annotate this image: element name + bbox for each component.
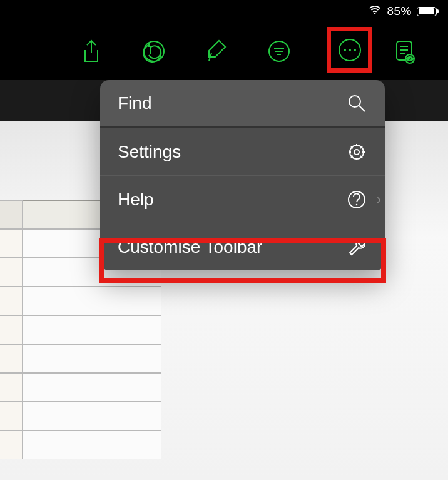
row-header-cell[interactable] (0, 431, 23, 459)
menu-label: Settings (118, 142, 181, 162)
table-row[interactable] (0, 344, 161, 373)
table-row[interactable] (0, 287, 161, 315)
question-icon (346, 189, 367, 210)
svg-point-15 (356, 203, 358, 205)
more-menu: Find Settings Help › Customise Toolbar (100, 80, 385, 270)
table-row[interactable] (0, 315, 161, 344)
row-header-cell[interactable] (0, 200, 23, 229)
wifi-icon (368, 3, 382, 19)
wrench-icon (346, 237, 367, 258)
top-toolbar (0, 23, 448, 80)
cell[interactable] (23, 402, 161, 431)
row-header-cell[interactable] (0, 315, 23, 344)
cell[interactable] (23, 315, 161, 344)
menu-item-help[interactable]: Help › (100, 175, 385, 223)
table-row[interactable] (0, 402, 161, 431)
svg-point-10 (354, 49, 356, 51)
row-header-cell[interactable] (0, 229, 23, 258)
battery-percentage: 85% (387, 4, 412, 18)
undo-button[interactable] (123, 23, 185, 80)
search-icon (346, 93, 367, 114)
svg-point-13 (354, 150, 359, 155)
row-header-cell[interactable] (0, 258, 23, 287)
menu-item-find[interactable]: Find (100, 80, 385, 128)
menu-label: Find (118, 93, 151, 113)
document-view-button[interactable] (373, 23, 435, 80)
menu-item-settings[interactable]: Settings (100, 128, 385, 175)
cell[interactable] (23, 431, 161, 459)
cell[interactable] (23, 373, 161, 402)
menu-item-customise-toolbar[interactable]: Customise Toolbar (100, 223, 385, 270)
row-header-cell[interactable] (0, 402, 23, 431)
gear-icon (346, 141, 367, 163)
table-row[interactable] (0, 373, 161, 402)
row-header-cell[interactable] (0, 287, 23, 315)
svg-point-8 (344, 49, 346, 51)
filter-button[interactable] (248, 23, 310, 80)
format-brush-button[interactable] (185, 23, 248, 80)
svg-point-9 (349, 49, 351, 51)
chevron-right-icon: › (377, 191, 381, 208)
row-header-cell[interactable] (0, 373, 23, 402)
cell[interactable] (23, 287, 161, 315)
row-header-cell[interactable] (0, 344, 23, 373)
share-button[interactable] (60, 23, 123, 80)
menu-label: Customise Toolbar (118, 237, 262, 257)
battery-icon (417, 7, 437, 16)
svg-point-0 (374, 13, 375, 14)
table-row[interactable] (0, 431, 161, 459)
svg-point-11 (349, 96, 360, 107)
cell[interactable] (23, 344, 161, 373)
more-button[interactable] (327, 27, 372, 73)
svg-point-6 (409, 58, 411, 60)
menu-label: Help (118, 190, 154, 210)
status-bar: 85% (0, 0, 448, 23)
